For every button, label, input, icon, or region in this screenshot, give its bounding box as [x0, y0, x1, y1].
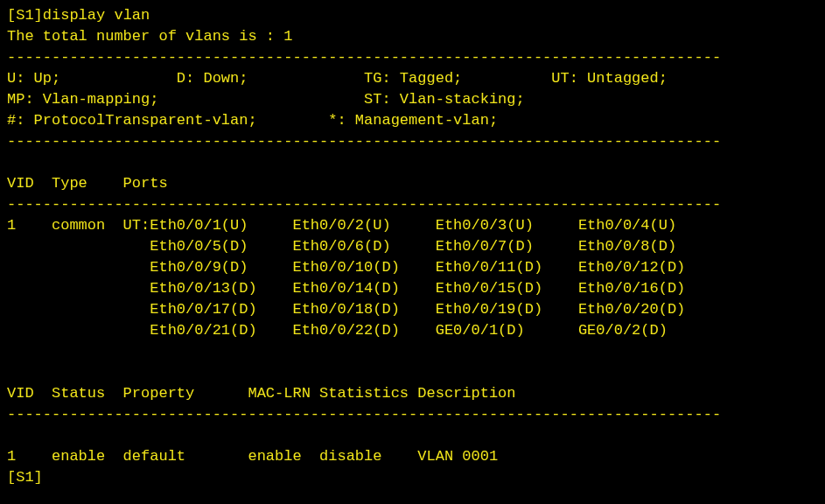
terminal[interactable]: [S1]display vlan The total number of vla…: [7, 5, 818, 488]
ports-row: 1 common UT:Eth0/0/1(U) Eth0/0/2(U) Eth0…: [7, 215, 818, 236]
hr: ----------------------------------------…: [7, 131, 818, 152]
cli-command: display vlan: [43, 7, 150, 24]
ports-row: Eth0/0/17(D) Eth0/0/18(D) Eth0/0/19(D) E…: [7, 299, 818, 320]
legend-up-down: U: Up; D: Down; TG: Tagged; UT: Untagged…: [7, 68, 818, 89]
ports-row: Eth0/0/13(D) Eth0/0/14(D) Eth0/0/15(D) E…: [7, 278, 818, 299]
hr: ----------------------------------------…: [7, 404, 818, 425]
status-header: VID Status Property MAC-LRN Statistics D…: [7, 383, 818, 404]
blank-line: [7, 152, 818, 173]
legend-mapping: MP: Vlan-mapping; ST: Vlan-stacking;: [7, 89, 818, 110]
blank-line: [7, 425, 818, 446]
status-row: 1 enable default enable disable VLAN 000…: [7, 446, 818, 467]
blank-line: [7, 362, 818, 383]
legend-proto: #: ProtocolTransparent-vlan; *: Manageme…: [7, 110, 818, 131]
hr: ----------------------------------------…: [7, 47, 818, 68]
summary-line: The total number of vlans is : 1: [7, 26, 818, 47]
blank-line: [7, 341, 818, 362]
ports-row: Eth0/0/21(D) Eth0/0/22(D) GE0/0/1(D) GE0…: [7, 320, 818, 341]
hr: ----------------------------------------…: [7, 194, 818, 215]
cli-prompt-final[interactable]: [S1]: [7, 467, 818, 488]
ports-row: Eth0/0/5(D) Eth0/0/6(D) Eth0/0/7(D) Eth0…: [7, 236, 818, 257]
ports-row: Eth0/0/9(D) Eth0/0/10(D) Eth0/0/11(D) Et…: [7, 257, 818, 278]
command-line: [S1]display vlan: [7, 5, 818, 26]
cli-prompt: [S1]: [7, 7, 43, 24]
ports-header: VID Type Ports: [7, 173, 818, 194]
